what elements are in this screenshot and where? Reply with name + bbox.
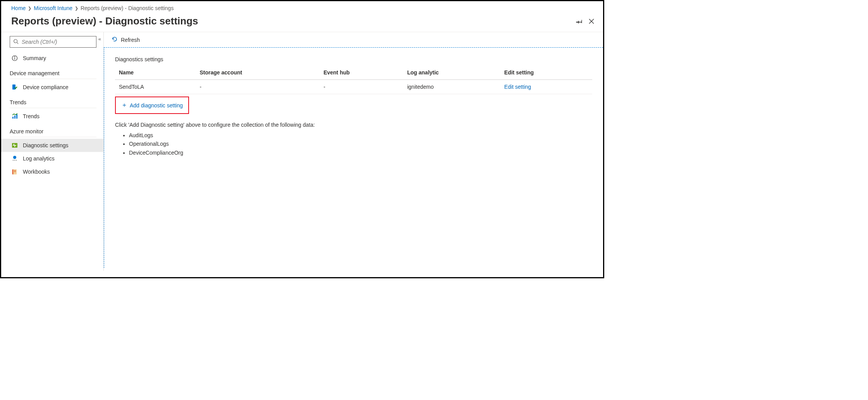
list-item: AuditLogs [129, 131, 592, 140]
section-trends: Trends [10, 94, 96, 108]
log-analytics-icon [11, 155, 18, 162]
add-diagnostic-label: Add diagnostic setting [130, 102, 183, 109]
breadcrumb-current: Reports (preview) - Diagnostic settings [81, 5, 174, 11]
sidebar-item-label: Trends [23, 113, 40, 119]
col-log-analytic: Log analytic [403, 66, 500, 80]
col-event-hub: Event hub [320, 66, 403, 80]
list-item: OperationalLogs [129, 140, 592, 148]
title-bar: Reports (preview) - Diagnostic settings [1, 14, 603, 32]
list-item: DeviceComplianceOrg [129, 148, 592, 157]
main-content: Refresh Diagnostics settings Name Storag… [103, 32, 603, 271]
panel-heading: Diagnostics settings [115, 56, 592, 62]
sidebar-item-label: Device compliance [23, 84, 69, 90]
breadcrumb-home[interactable]: Home [11, 5, 26, 11]
sidebar-item-log-analytics[interactable]: Log analytics [1, 152, 103, 165]
svg-rect-8 [12, 117, 14, 119]
svg-point-2 [14, 39, 17, 43]
svg-rect-10 [16, 114, 17, 119]
section-device-management: Device management [10, 65, 96, 79]
sidebar: « Summary Device management Device compl… [1, 32, 103, 271]
cell-storage: - [196, 80, 320, 94]
search-input[interactable] [21, 38, 93, 45]
svg-rect-7 [12, 84, 15, 90]
info-icon [11, 55, 18, 62]
diagnostic-icon [11, 142, 18, 149]
refresh-icon [112, 36, 118, 43]
sidebar-item-label: Workbooks [23, 169, 50, 175]
collapse-sidebar-icon[interactable]: « [98, 36, 101, 42]
svg-line-3 [17, 42, 19, 44]
svg-rect-13 [13, 160, 14, 161]
refresh-button[interactable]: Refresh [121, 37, 140, 43]
chart-icon [11, 113, 18, 120]
svg-rect-14 [14, 160, 15, 161]
breadcrumb: Home ❯ Microsoft Intune ❯ Reports (previ… [1, 1, 603, 14]
col-edit: Edit setting [500, 66, 592, 80]
sidebar-item-label: Diagnostic settings [23, 142, 69, 148]
sidebar-item-label: Log analytics [23, 155, 55, 162]
sidebar-item-label: Summary [23, 55, 46, 61]
chevron-right-icon: ❯ [75, 6, 78, 11]
diagnostics-table: Name Storage account Event hub Log analy… [115, 66, 592, 94]
sidebar-item-diagnostic-settings[interactable]: Diagnostic settings [1, 139, 103, 152]
sidebar-item-trends[interactable]: Trends [1, 110, 103, 123]
sidebar-item-workbooks[interactable]: Workbooks [1, 165, 103, 178]
device-icon [11, 84, 18, 91]
cell-event-hub: - [320, 80, 403, 94]
sidebar-item-device-compliance[interactable]: Device compliance [1, 81, 103, 94]
workbook-icon [11, 168, 18, 175]
search-icon [13, 39, 19, 45]
cell-name: SendToLA [115, 80, 196, 94]
table-row: SendToLA - - ignitedemo Edit setting [115, 80, 592, 94]
add-diagnostic-setting-button[interactable]: ＋ Add diagnostic setting [115, 97, 189, 114]
help-text: Click 'Add Diagnostic setting' above to … [115, 122, 592, 128]
svg-rect-9 [14, 116, 15, 119]
data-types-list: AuditLogs OperationalLogs DeviceComplian… [129, 131, 592, 157]
plus-icon: ＋ [121, 101, 127, 109]
breadcrumb-intune[interactable]: Microsoft Intune [34, 5, 72, 11]
svg-point-6 [14, 57, 15, 57]
col-name: Name [115, 66, 196, 80]
search-box[interactable] [10, 36, 96, 48]
svg-rect-15 [16, 160, 17, 161]
close-icon[interactable] [588, 18, 595, 24]
page-title: Reports (preview) - Diagnostic settings [11, 15, 576, 27]
pin-icon[interactable] [576, 18, 583, 25]
cell-log-analytic: ignitedemo [403, 80, 500, 94]
svg-point-12 [13, 156, 16, 159]
section-azure-monitor: Azure monitor [10, 123, 96, 137]
edit-setting-link[interactable]: Edit setting [500, 80, 592, 94]
col-storage: Storage account [196, 66, 320, 80]
chevron-right-icon: ❯ [28, 6, 31, 11]
sidebar-item-summary[interactable]: Summary [1, 52, 103, 65]
